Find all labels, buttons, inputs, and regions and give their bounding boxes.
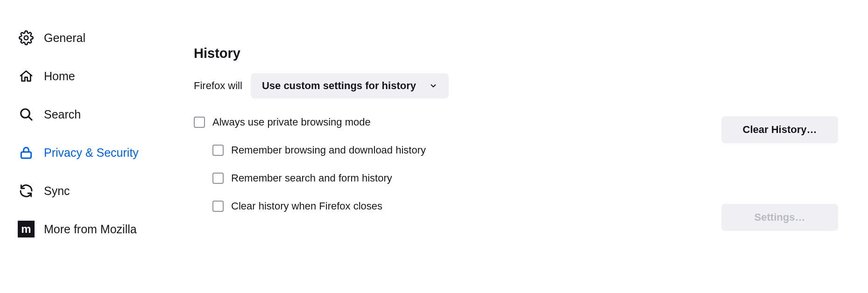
sidebar-item-label: Privacy & Security xyxy=(44,146,139,160)
checkbox-private-mode[interactable] xyxy=(194,117,205,128)
history-lead-label: Firefox will xyxy=(194,80,242,92)
history-options-list: Always use private browsing mode Remembe… xyxy=(194,116,426,212)
history-settings-button[interactable]: Settings… xyxy=(721,204,838,231)
sidebar-item-sync[interactable]: Sync xyxy=(18,172,194,210)
checkbox-row-clear-on-close[interactable]: Clear history when Firefox closes xyxy=(212,200,426,212)
checkbox-label: Clear history when Firefox closes xyxy=(231,200,382,212)
checkbox-row-private-mode[interactable]: Always use private browsing mode xyxy=(194,116,426,128)
checkbox-clear-on-close[interactable] xyxy=(212,201,224,212)
lock-icon xyxy=(18,144,35,161)
checkbox-row-remember-browsing[interactable]: Remember browsing and download history xyxy=(212,144,426,156)
sidebar-item-label: General xyxy=(44,31,85,45)
sidebar-item-label: More from Mozilla xyxy=(44,223,137,236)
section-title-history: History xyxy=(194,46,838,61)
sidebar-item-general[interactable]: General xyxy=(18,19,194,57)
checkbox-remember-search[interactable] xyxy=(212,173,224,184)
sidebar-item-label: Home xyxy=(44,70,75,83)
checkbox-remember-browsing[interactable] xyxy=(212,145,224,156)
history-mode-row: Firefox will Use custom settings for his… xyxy=(194,73,838,98)
sidebar-item-home[interactable]: Home xyxy=(18,57,194,95)
search-icon xyxy=(18,106,35,123)
sync-icon xyxy=(18,182,35,199)
chevron-down-icon xyxy=(429,82,438,90)
checkbox-label: Remember search and form history xyxy=(231,172,392,184)
history-mode-select-value: Use custom settings for history xyxy=(262,80,416,92)
checkbox-label: Always use private browsing mode xyxy=(212,116,371,128)
history-buttons: Clear History… Settings… xyxy=(721,116,838,231)
sidebar: General Home Search Privacy & Security S… xyxy=(0,0,194,293)
svg-rect-3 xyxy=(21,152,31,158)
main-content: History Firefox will Use custom settings… xyxy=(194,0,857,293)
gear-icon xyxy=(18,29,35,46)
home-icon xyxy=(18,68,35,84)
history-mode-select[interactable]: Use custom settings for history xyxy=(251,73,449,98)
svg-line-2 xyxy=(28,117,32,120)
checkbox-row-remember-search[interactable]: Remember search and form history xyxy=(212,172,426,184)
sidebar-item-search[interactable]: Search xyxy=(18,95,194,133)
sidebar-item-label: Search xyxy=(44,108,81,121)
sidebar-item-label: Sync xyxy=(44,184,70,198)
checkbox-label: Remember browsing and download history xyxy=(231,144,426,156)
sidebar-item-privacy-security[interactable]: Privacy & Security xyxy=(18,133,194,172)
clear-history-button[interactable]: Clear History… xyxy=(721,116,838,143)
svg-point-0 xyxy=(24,36,28,40)
sidebar-item-more-from-mozilla[interactable]: m More from Mozilla xyxy=(18,210,194,248)
mozilla-icon: m xyxy=(18,221,35,237)
